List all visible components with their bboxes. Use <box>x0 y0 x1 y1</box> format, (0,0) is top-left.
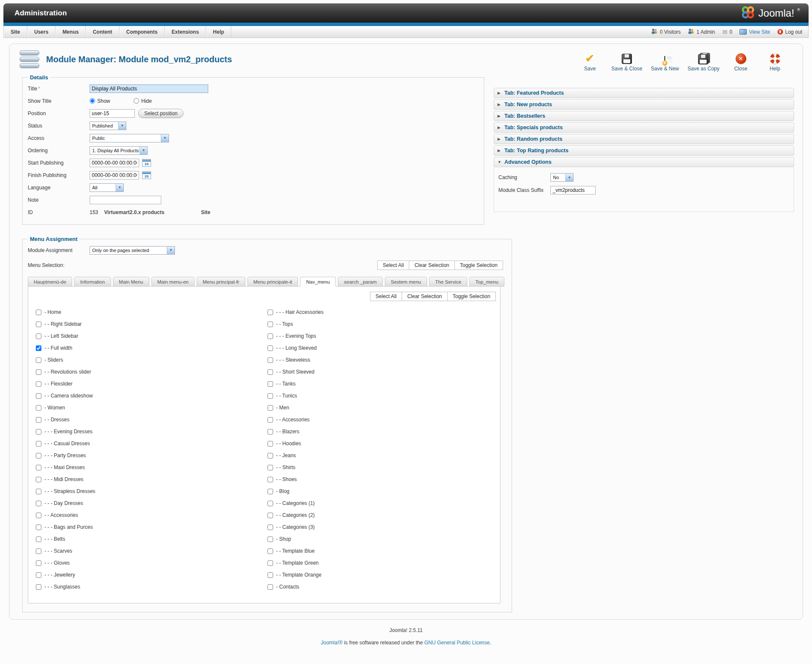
menu-item-checkbox[interactable] <box>268 513 273 518</box>
menu-item-checkbox[interactable] <box>36 393 41 399</box>
access-select[interactable]: Public ▼ <box>90 134 169 142</box>
note-input[interactable] <box>90 196 161 204</box>
save-as-copy-button[interactable]: Save as Copy <box>684 52 723 72</box>
menu-tab[interactable]: Menu principal-fr <box>197 277 245 287</box>
accordion-panel-collapsed[interactable]: ▶ Tab: Top Rating products <box>494 145 794 156</box>
close-button[interactable]: ✕ Close <box>724 52 757 72</box>
menu-item-checkbox[interactable] <box>268 405 273 411</box>
joomla-link[interactable]: Joomla!® <box>321 640 343 646</box>
menu-tab[interactable]: The Service <box>429 277 467 287</box>
menu-item-checkbox[interactable] <box>36 322 41 327</box>
module-assignment-select[interactable]: Only on the pages selected ▼ <box>90 246 175 255</box>
menu-item-checkbox[interactable] <box>268 369 273 375</box>
accordion-panel-collapsed[interactable]: ▶ Tab: Bestsellers <box>494 111 794 121</box>
menu-item-checkbox[interactable] <box>36 548 41 554</box>
menu-item-checkbox[interactable] <box>36 333 41 339</box>
view-site-link[interactable]: View Site <box>739 29 770 35</box>
menu-item-checkbox[interactable] <box>36 525 41 530</box>
menu-tab[interactable]: Sestem menu <box>385 277 427 287</box>
menu-item-checkbox[interactable] <box>268 333 273 339</box>
advanced-options-panel[interactable]: ▼ Advanced Options <box>494 157 794 167</box>
menu-item-checkbox[interactable] <box>268 393 273 399</box>
menu-item-checkbox[interactable] <box>268 477 273 482</box>
menu-tab[interactable]: Information <box>74 277 111 287</box>
menubar-item[interactable]: Extensions <box>165 26 206 38</box>
menubar-item[interactable]: Menus <box>55 26 86 38</box>
admin-status[interactable]: 1 Admin <box>688 29 715 35</box>
status-select[interactable]: Published ▼ <box>90 122 126 130</box>
messages-status[interactable]: ✉ 0 <box>722 29 732 35</box>
module-class-suffix-input[interactable] <box>550 186 596 194</box>
selection-button[interactable]: Clear Selection <box>409 261 454 270</box>
selection-button[interactable]: Select All <box>370 292 402 301</box>
menu-item-checkbox[interactable] <box>36 572 41 578</box>
caching-select[interactable]: No ▼ <box>550 173 573 182</box>
menu-item-checkbox[interactable] <box>36 429 41 435</box>
menu-item-checkbox[interactable] <box>268 429 273 435</box>
menu-item-checkbox[interactable] <box>268 501 273 506</box>
language-select[interactable]: All ▼ <box>90 183 124 192</box>
ordering-select[interactable]: 1. Display All Products ▼ <box>90 146 148 155</box>
selection-button[interactable]: Clear Selection <box>402 292 447 301</box>
accordion-panel-collapsed[interactable]: ▶ Tab: Featured Products <box>494 88 794 98</box>
menu-item-checkbox[interactable] <box>268 357 273 363</box>
menu-tab[interactable]: Menu principale-it <box>247 277 298 287</box>
menu-item-checkbox[interactable] <box>268 345 273 351</box>
accordion-panel-collapsed[interactable]: ▶ Tab: New products <box>494 99 794 110</box>
menu-item-checkbox[interactable] <box>36 345 41 351</box>
menubar-item[interactable]: Users <box>27 26 55 38</box>
menu-item-checkbox[interactable] <box>268 525 273 530</box>
menu-item-checkbox[interactable] <box>268 536 273 542</box>
menu-tab[interactable]: Hauptmenü-de <box>28 277 72 287</box>
menu-tab[interactable]: Top_menu <box>469 277 504 287</box>
calendar-button[interactable]: 23 <box>142 159 151 167</box>
help-button[interactable]: Help <box>758 52 792 72</box>
gpl-license-link[interactable]: GNU General Public License <box>424 640 489 646</box>
menu-item-checkbox[interactable] <box>268 441 273 447</box>
save-and-close-button[interactable]: Save & Close <box>608 52 646 72</box>
menu-item-checkbox[interactable] <box>268 584 273 590</box>
menu-item-checkbox[interactable] <box>36 405 41 411</box>
menubar-item[interactable]: Site <box>4 26 27 38</box>
selection-button[interactable]: Select All <box>377 261 409 270</box>
menu-item-checkbox[interactable] <box>268 489 273 494</box>
menu-item-checkbox[interactable] <box>36 584 41 590</box>
menu-item-checkbox[interactable] <box>36 513 41 518</box>
save-and-new-button[interactable]: + Save & New <box>647 52 683 72</box>
menu-tab[interactable]: Main Menu <box>113 277 149 287</box>
menu-item-checkbox[interactable] <box>268 572 273 578</box>
menu-item-checkbox[interactable] <box>36 489 41 494</box>
calendar-button[interactable]: 23 <box>142 171 151 179</box>
position-input[interactable] <box>90 109 135 118</box>
menu-item-checkbox[interactable] <box>36 465 41 470</box>
menubar-item[interactable]: Content <box>86 26 119 38</box>
menu-item-checkbox[interactable] <box>268 322 273 327</box>
menu-item-checkbox[interactable] <box>268 465 273 470</box>
menu-item-checkbox[interactable] <box>36 417 41 423</box>
menu-item-checkbox[interactable] <box>36 560 41 566</box>
show-radio[interactable] <box>90 98 95 104</box>
menu-item-checkbox[interactable] <box>36 310 41 315</box>
start-publishing-input[interactable] <box>90 159 139 167</box>
menu-item-checkbox[interactable] <box>268 310 273 315</box>
accordion-panel-collapsed[interactable]: ▶ Tab: Random products <box>494 134 794 144</box>
menu-item-checkbox[interactable] <box>36 357 41 363</box>
visitors-status[interactable]: 0 Visitors <box>651 29 681 35</box>
menu-item-checkbox[interactable] <box>36 477 41 482</box>
menu-item-checkbox[interactable] <box>36 501 41 506</box>
selection-button[interactable]: Toggle Selection <box>447 292 496 301</box>
accordion-panel-collapsed[interactable]: ▶ Tab: Specials products <box>494 122 794 133</box>
menu-item-checkbox[interactable] <box>268 453 273 458</box>
menu-item-checkbox[interactable] <box>268 381 273 387</box>
menubar-item[interactable]: Help <box>206 26 231 38</box>
menu-item-checkbox[interactable] <box>268 560 273 566</box>
menubar-item[interactable]: Components <box>119 26 165 38</box>
menu-item-checkbox[interactable] <box>36 441 41 447</box>
menu-tab[interactable]: Main menu-en <box>151 277 195 287</box>
hide-radio[interactable] <box>134 98 139 104</box>
menu-item-checkbox[interactable] <box>36 536 41 542</box>
log-out-link[interactable]: Log out <box>777 29 802 35</box>
select-position-button[interactable]: Select position <box>138 109 183 118</box>
menu-item-checkbox[interactable] <box>36 453 41 458</box>
menu-tab[interactable]: Nav_menu <box>300 277 336 287</box>
